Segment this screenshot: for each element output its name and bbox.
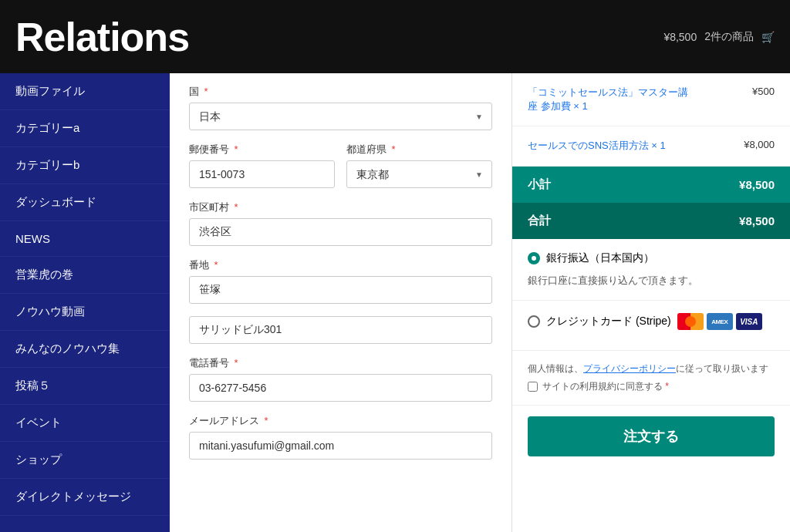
order-total-row: 合計 ¥8,500 xyxy=(512,203,790,239)
address-label: 番地 * xyxy=(189,258,492,272)
page-title: Relations xyxy=(15,14,189,60)
order-item-2-price: ¥8,000 xyxy=(744,139,775,150)
card-icons: AMEX VISA xyxy=(677,313,762,330)
payment-card-radio[interactable] xyxy=(528,315,540,328)
required-mark: * xyxy=(201,86,208,97)
subtotal-value: ¥8,500 xyxy=(739,178,775,191)
sidebar-item-category-a[interactable]: カテゴリーa xyxy=(0,110,170,147)
order-submit-button[interactable]: 注文する xyxy=(528,416,775,456)
address-input[interactable] xyxy=(189,276,492,304)
mastercard-icon xyxy=(677,313,704,330)
cart-summary: ¥8,500 2件の商品 🛒 xyxy=(663,30,775,44)
country-select[interactable]: 日本 xyxy=(189,103,492,130)
amex-icon: AMEX xyxy=(707,313,733,330)
payment-card-section: クレジットカード (Stripe) AMEX VISA xyxy=(512,301,790,351)
sidebar-item-sales-tiger[interactable]: 営業虎の巻 xyxy=(0,257,170,294)
privacy-text1: 個人情報は、 xyxy=(528,363,583,374)
cart-items-count: 2件の商品 xyxy=(704,30,754,44)
sidebar-item-video-files[interactable]: 動画ファイル xyxy=(0,73,170,110)
sidebar-item-shop[interactable]: ショップ xyxy=(0,442,170,479)
postal-prefecture-row: 郵便番号 * 都道府県 * 東京都 xyxy=(189,143,492,200)
address2-group xyxy=(189,316,492,344)
order-summary: 「コミットセールス法」マスター講座 参加費 × 1 ¥500 セールスでのSNS… xyxy=(512,73,790,532)
email-input[interactable] xyxy=(189,432,492,460)
phone-label: 電話番号 * xyxy=(189,356,492,370)
order-item-2: セールスでのSNS活用方法 × 1 ¥8,000 xyxy=(512,126,790,166)
main-layout: 動画ファイル カテゴリーa カテゴリーb ダッシュボード NEWS 営業虎の巻 … xyxy=(0,73,790,532)
header: Relations ¥8,500 2件の商品 🛒 xyxy=(0,0,790,73)
sidebar: 動画ファイル カテゴリーa カテゴリーb ダッシュボード NEWS 営業虎の巻 … xyxy=(0,73,170,532)
privacy-policy-link[interactable]: プライバシーポリシー xyxy=(583,363,676,374)
terms-label: サイトの利用規約に同意する * xyxy=(542,379,669,394)
subtotal-label: 小計 xyxy=(528,177,551,192)
terms-row: サイトの利用規約に同意する * xyxy=(528,379,775,394)
order-item-2-name: セールスでのSNS活用方法 × 1 xyxy=(528,139,666,153)
payment-bank-radio[interactable] xyxy=(528,252,540,264)
payment-bank-option[interactable]: 銀行振込（日本国内） xyxy=(528,251,775,265)
visa-icon: VISA xyxy=(736,313,762,330)
address2-input[interactable] xyxy=(189,316,492,344)
address-group: 番地 * xyxy=(189,258,492,304)
postal-group: 郵便番号 * xyxy=(189,143,335,188)
prefecture-select-wrapper: 東京都 xyxy=(346,160,492,188)
payment-card-option[interactable]: クレジットカード (Stripe) AMEX VISA xyxy=(528,313,775,330)
country-select-wrapper: 日本 xyxy=(189,103,492,130)
sidebar-item-event[interactable]: イベント xyxy=(0,405,170,442)
total-value: ¥8,500 xyxy=(739,214,775,227)
phone-group: 電話番号 * xyxy=(189,356,492,402)
email-group: メールアドレス * xyxy=(189,414,492,460)
city-label: 市区町村 * xyxy=(189,200,492,214)
email-label: メールアドレス * xyxy=(189,414,492,428)
sidebar-item-category-b[interactable]: カテゴリーb xyxy=(0,147,170,184)
terms-checkbox[interactable] xyxy=(528,382,538,392)
sidebar-item-post5[interactable]: 投稿５ xyxy=(0,368,170,405)
city-input[interactable] xyxy=(189,218,492,246)
prefecture-label: 都道府県 * xyxy=(346,143,492,157)
payment-section: 銀行振込（日本国内） 銀行口座に直接振り込んで頂きます。 xyxy=(512,239,790,301)
order-button-section: 注文する xyxy=(512,406,790,467)
payment-card-label: クレジットカード (Stripe) xyxy=(546,315,671,328)
order-item-1-price: ¥500 xyxy=(752,86,775,97)
country-label: 国 * xyxy=(189,85,492,99)
total-label: 合計 xyxy=(528,214,551,228)
cart-price: ¥8,500 xyxy=(663,31,697,43)
country-group: 国 * 日本 xyxy=(189,85,492,130)
sidebar-item-everyone-knowhow[interactable]: みんなのノウハウ集 xyxy=(0,331,170,368)
postal-label: 郵便番号 * xyxy=(189,143,335,157)
privacy-text2: に従って取り扱います xyxy=(676,363,768,374)
order-item-1: 「コミットセールス法」マスター講座 参加費 × 1 ¥500 xyxy=(512,73,790,126)
content-wrapper: 国 * 日本 郵便番号 * 都道府県 * xyxy=(170,73,790,532)
order-subtotal-row: 小計 ¥8,500 xyxy=(512,167,790,203)
sidebar-item-dashboard[interactable]: ダッシュボード xyxy=(0,184,170,221)
prefecture-group: 都道府県 * 東京都 xyxy=(346,143,492,188)
postal-input[interactable] xyxy=(189,160,335,188)
prefecture-select[interactable]: 東京都 xyxy=(346,160,492,188)
order-item-1-name: 「コミットセールス法」マスター講座 参加費 × 1 xyxy=(528,86,697,113)
phone-input[interactable] xyxy=(189,374,492,402)
privacy-section: 個人情報は、プライバシーポリシーに従って取り扱います サイトの利用規約に同意する… xyxy=(512,351,790,406)
cart-icon[interactable]: 🛒 xyxy=(761,31,775,43)
payment-bank-label: 銀行振込（日本国内） xyxy=(546,251,654,265)
payment-bank-desc: 銀行口座に直接振り込んで頂きます。 xyxy=(528,273,775,288)
sidebar-item-knowhow-video[interactable]: ノウハウ動画 xyxy=(0,294,170,331)
city-group: 市区町村 * xyxy=(189,200,492,246)
sidebar-item-direct-message[interactable]: ダイレクトメッセージ xyxy=(0,479,170,516)
sidebar-item-news[interactable]: NEWS xyxy=(0,221,170,257)
checkout-form: 国 * 日本 郵便番号 * 都道府県 * xyxy=(170,73,512,532)
